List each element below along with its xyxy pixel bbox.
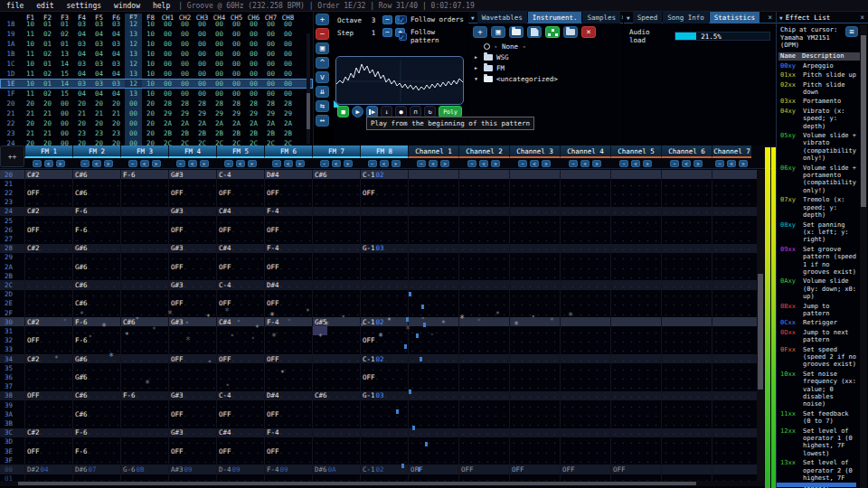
pattern-cell[interactable]: . . . . . . — [72, 326, 120, 335]
shrink-channel-button[interactable]: < — [332, 160, 341, 167]
order-value[interactable]: 20 — [90, 118, 108, 128]
pattern-cell[interactable]: . . . . . . . — [661, 308, 712, 317]
pattern-row-2F[interactable]: 2F. . . . . .. . . . . .. . . . . .. . .… — [0, 308, 762, 317]
pattern-cell[interactable]: F-4 . . . . — [264, 428, 312, 437]
pattern-cell[interactable]: . . . . . . — [24, 345, 72, 354]
order-value[interactable]: 11 — [22, 29, 39, 39]
pattern-cell[interactable]: . . . . . . . — [610, 345, 661, 354]
pattern-cell[interactable]: . . . . . . . — [560, 382, 610, 391]
pattern-cell[interactable]: . . . . . . . — [661, 170, 712, 179]
pattern-cell[interactable]: . . . . . . — [120, 271, 168, 280]
order-value[interactable]: 28 — [228, 99, 245, 108]
pattern-cell[interactable]: . . . . . . . — [509, 354, 560, 363]
order-value[interactable]: 00 — [211, 29, 228, 39]
move-order-down-button[interactable]: v — [316, 71, 329, 83]
order-value[interactable]: 15 — [56, 89, 73, 99]
pattern-cell[interactable]: . . . . . . . — [661, 290, 712, 299]
shrink-channel-button[interactable]: < — [530, 160, 539, 167]
pattern-cell[interactable]: C#6 . . . . — [72, 299, 120, 308]
pattern-cell[interactable]: . . . . . . . — [458, 179, 509, 188]
order-value[interactable]: 14 — [56, 79, 73, 89]
pattern-row-20[interactable]: 20C#2 . . . .C#6 . . . .F-6 . . . .G#3 .… — [0, 170, 762, 179]
pattern-cell[interactable]: . . . . . . — [120, 207, 168, 216]
order-value[interactable]: 20 — [90, 99, 108, 108]
order-value[interactable]: 01 — [39, 79, 56, 89]
pattern-cell[interactable]: . . . . . . — [216, 455, 264, 465]
pattern-cell[interactable]: . . . . . . . — [610, 363, 661, 372]
order-value[interactable]: 29 — [262, 108, 279, 118]
pattern-cell[interactable]: . . . . . . . — [458, 290, 509, 299]
pattern-cell[interactable]: . . . . . . — [360, 418, 408, 427]
pattern-cell[interactable]: . . . . . . . — [610, 271, 661, 280]
collapse-channel-button[interactable]: − — [670, 160, 679, 167]
effect-item-02xx[interactable]: 02xxPitch slide down — [780, 81, 868, 97]
pattern-cell[interactable]: . . . . . . — [312, 290, 360, 299]
pattern-cell[interactable]: . . . . . . . — [661, 400, 712, 409]
pattern-cell[interactable]: . . . . . . — [72, 382, 120, 391]
pattern-cell[interactable]: F-6 . . . . — [120, 391, 168, 400]
pattern-cell[interactable]: . . . . . . . — [458, 170, 509, 179]
toggle-folders-button[interactable] — [545, 26, 560, 38]
pattern-cell[interactable]: G#6 . . . . — [72, 262, 120, 271]
effect-item-0Cxx[interactable]: 0CxxRetrigger — [780, 319, 868, 326]
order-value[interactable]: 2A — [176, 118, 193, 128]
order-value[interactable]: 00 — [193, 89, 211, 99]
pattern-cell[interactable]: . . . . . . . — [458, 326, 509, 335]
channel-header-fm1[interactable]: FM 1 — [24, 145, 72, 158]
pattern-cell[interactable]: . . . . . . . — [509, 207, 560, 216]
pattern-cell[interactable]: . . . . . . . — [610, 326, 661, 335]
effect-item-03xx[interactable]: 03xxPortamento — [780, 98, 868, 105]
order-value[interactable]: 00 — [159, 29, 176, 39]
pattern-cell[interactable]: C-102 . . . — [360, 354, 408, 363]
chevron-right-icon[interactable]: ▶ — [475, 54, 480, 60]
order-value[interactable]: 12 — [125, 59, 142, 69]
pattern-cell[interactable]: . . . . . . . — [712, 271, 758, 280]
effect-item-0Fxx[interactable]: 0FxxSet speed (speed 2 if no grooves exi… — [780, 346, 868, 369]
pattern-cell[interactable]: . . . . . . . — [712, 253, 758, 262]
pattern-cell[interactable]: C-4 . . . . — [216, 280, 264, 289]
pattern-cell[interactable]: . . . . . . — [24, 280, 72, 289]
pattern-cell[interactable]: . . . . . . — [72, 418, 120, 427]
order-value[interactable]: 13 — [56, 49, 73, 59]
pattern-cell[interactable]: . . . . . . . — [712, 363, 758, 372]
pattern-cell[interactable]: . . . . . . — [360, 437, 408, 446]
order-value[interactable]: 11 — [22, 49, 39, 59]
pattern-cell[interactable]: . . . . . . — [168, 382, 216, 391]
pattern-cell[interactable]: . . . . . . . — [560, 428, 610, 437]
pattern-cell[interactable]: . . . . . . — [264, 363, 312, 372]
order-value[interactable]: 00 — [262, 39, 279, 49]
order-value[interactable]: 21 — [39, 128, 56, 138]
order-value[interactable]: 00 — [159, 89, 176, 99]
pattern-cell[interactable]: . . . . . . . — [712, 409, 758, 418]
pattern-cell[interactable]: . . . . . . . — [661, 418, 712, 427]
pattern-cell[interactable]: . . . . . . . — [458, 372, 509, 381]
pattern-cell[interactable]: . . . . . . . — [458, 391, 509, 400]
pattern-cell[interactable]: . . . . . . — [312, 372, 360, 381]
channel-header-channel6[interactable]: Channel 6 — [661, 145, 712, 158]
pattern-cell[interactable]: OFF . . . . — [264, 225, 312, 234]
pattern-cell[interactable]: . . . . . . — [312, 271, 360, 280]
order-value[interactable]: 00 — [193, 79, 211, 89]
order-value[interactable]: 11 — [22, 69, 39, 79]
pattern-cell[interactable]: . . . . . . — [24, 455, 72, 465]
effect-item-00xy[interactable]: 00xyArpeggio — [780, 62, 868, 70]
pattern-cell[interactable]: . . . . . . . — [408, 280, 458, 289]
pattern-cell[interactable]: . . . . . . — [312, 225, 360, 234]
shrink-channel-button[interactable]: < — [380, 160, 389, 167]
pattern-cell[interactable]: . . . . . . . — [458, 437, 509, 446]
pattern-cell[interactable]: . . . . . . . — [560, 179, 610, 188]
pattern-cell[interactable]: . . . . . . . — [661, 179, 712, 188]
pattern-vscrollbar-thumb[interactable] — [758, 274, 763, 389]
order-value[interactable]: 2B — [159, 128, 176, 138]
collapse-channel-button[interactable]: − — [176, 160, 185, 167]
expand-channel-button[interactable]: > — [104, 160, 113, 167]
menu-help[interactable]: help — [146, 2, 176, 10]
pattern-cell[interactable]: . . . . . . . — [560, 372, 610, 381]
pattern-cell[interactable]: . . . . . . . — [458, 409, 509, 418]
order-value[interactable]: 00 — [56, 99, 73, 108]
pattern-cell[interactable]: . . . . . . . — [458, 382, 509, 391]
order-value[interactable]: 10 — [142, 29, 159, 39]
pattern-cell[interactable]: . . . . . . — [312, 437, 360, 446]
channel-header-fm8[interactable]: FM 8 — [360, 145, 408, 158]
channel-header-channel5[interactable]: Channel 5 — [610, 145, 661, 158]
